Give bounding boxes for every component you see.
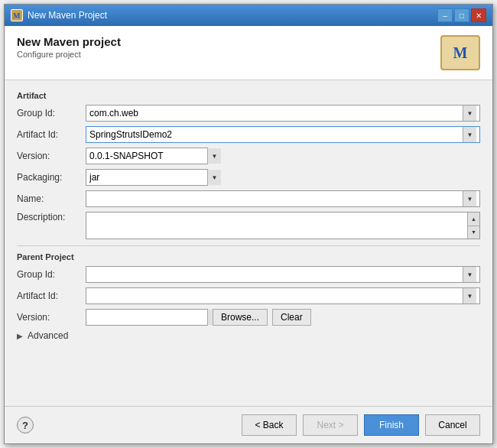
main-window: M New Maven Project – □ ✕ New Maven proj… bbox=[4, 4, 493, 444]
clear-button[interactable]: Clear bbox=[272, 309, 311, 326]
parent-group-id-arrow[interactable]: ▼ bbox=[463, 267, 476, 282]
parent-group-id-field: ▼ bbox=[86, 266, 480, 283]
name-field: ▼ bbox=[86, 190, 480, 207]
parent-section-label: Parent Project bbox=[17, 252, 480, 261]
footer-right: < Back Next > Finish Cancel bbox=[242, 414, 480, 436]
name-combo[interactable]: ▼ bbox=[86, 190, 480, 207]
parent-version-row: Version: ▼ Browse... Clear bbox=[17, 309, 480, 326]
svg-text:M: M bbox=[13, 11, 21, 20]
scroll-up-button[interactable]: ▲ bbox=[468, 213, 479, 226]
finish-button[interactable]: Finish bbox=[364, 414, 419, 436]
dialog-title: New Maven project bbox=[17, 35, 121, 48]
parent-group-id-combo[interactable]: ▼ bbox=[86, 266, 480, 283]
description-label: Description: bbox=[17, 212, 86, 222]
artifact-id-arrow[interactable]: ▼ bbox=[463, 127, 476, 142]
maven-logo: M bbox=[440, 35, 480, 70]
packaging-combo[interactable]: ▼ bbox=[86, 169, 208, 186]
artifact-id-field: ▼ bbox=[86, 126, 480, 143]
title-bar-left: M New Maven Project bbox=[11, 9, 107, 21]
maximize-button[interactable]: □ bbox=[454, 8, 469, 22]
artifact-id-combo[interactable]: ▼ bbox=[86, 126, 480, 143]
artifact-id-row: Artifact Id: ▼ bbox=[17, 126, 480, 143]
parent-version-input[interactable] bbox=[86, 312, 207, 323]
dialog-subtitle: Configure project bbox=[17, 50, 121, 59]
title-bar-controls: – □ ✕ bbox=[437, 8, 486, 22]
form-body: Artifact Group Id: ▼ Artifact Id: ▼ bbox=[5, 80, 492, 406]
parent-artifact-id-arrow[interactable]: ▼ bbox=[463, 288, 476, 304]
group-id-field: ▼ bbox=[86, 105, 480, 122]
packaging-arrow[interactable]: ▼ bbox=[207, 170, 221, 185]
description-scrollbar: ▲ ▼ bbox=[467, 213, 479, 239]
parent-artifact-id-label: Artifact Id: bbox=[17, 291, 86, 301]
group-id-label: Group Id: bbox=[17, 108, 86, 118]
header-section: New Maven project Configure project M bbox=[5, 26, 492, 80]
advanced-label: Advanced bbox=[28, 330, 68, 341]
parent-group-id-label: Group Id: bbox=[17, 269, 86, 280]
artifact-id-label: Artifact Id: bbox=[17, 129, 86, 140]
parent-version-label: Version: bbox=[17, 312, 86, 323]
group-id-combo[interactable]: ▼ bbox=[86, 105, 480, 122]
parent-artifact-id-combo[interactable]: ▼ bbox=[86, 287, 480, 304]
packaging-label: Packaging: bbox=[17, 172, 86, 183]
help-button[interactable]: ? bbox=[17, 417, 34, 433]
description-field: ▲ ▼ bbox=[86, 212, 480, 239]
name-arrow[interactable]: ▼ bbox=[463, 191, 476, 206]
footer-left: ? bbox=[17, 417, 34, 433]
name-label: Name: bbox=[17, 193, 86, 204]
header-text: New Maven project Configure project bbox=[17, 35, 121, 59]
parent-group-id-input[interactable] bbox=[89, 269, 463, 280]
minimize-button[interactable]: – bbox=[437, 8, 453, 22]
browse-clear-group: Browse... Clear bbox=[213, 309, 311, 326]
parent-artifact-id-row: Artifact Id: ▼ bbox=[17, 287, 480, 304]
packaging-input[interactable] bbox=[86, 172, 207, 183]
packaging-row: Packaging: ▼ bbox=[17, 169, 480, 186]
parent-artifact-id-field: ▼ bbox=[86, 287, 480, 304]
section-divider bbox=[17, 245, 480, 246]
parent-version-combo[interactable]: ▼ bbox=[86, 309, 208, 326]
cancel-button[interactable]: Cancel bbox=[425, 414, 480, 436]
version-label: Version: bbox=[17, 151, 86, 161]
group-id-input[interactable] bbox=[89, 108, 463, 118]
name-row: Name: ▼ bbox=[17, 190, 480, 207]
title-bar: M New Maven Project – □ ✕ bbox=[5, 5, 492, 26]
parent-artifact-id-input[interactable] bbox=[89, 291, 463, 301]
group-id-arrow[interactable]: ▼ bbox=[463, 106, 476, 121]
version-arrow[interactable]: ▼ bbox=[207, 148, 221, 164]
parent-group-id-row: Group Id: ▼ bbox=[17, 266, 480, 283]
window-icon: M bbox=[11, 9, 23, 21]
name-input[interactable] bbox=[89, 193, 463, 204]
next-button[interactable]: Next > bbox=[303, 414, 358, 436]
scroll-down-button[interactable]: ▼ bbox=[468, 226, 479, 239]
artifact-section-label: Artifact bbox=[17, 91, 480, 100]
window-title: New Maven Project bbox=[28, 10, 107, 21]
footer: ? < Back Next > Finish Cancel bbox=[5, 406, 492, 443]
group-id-row: Group Id: ▼ bbox=[17, 105, 480, 122]
version-combo[interactable]: ▼ bbox=[86, 148, 208, 164]
advanced-row[interactable]: ▶ Advanced bbox=[17, 330, 480, 341]
browse-button[interactable]: Browse... bbox=[213, 309, 268, 326]
dialog-content: New Maven project Configure project M Ar… bbox=[5, 26, 492, 443]
version-input[interactable] bbox=[86, 151, 207, 161]
advanced-triangle-icon: ▶ bbox=[17, 332, 23, 340]
back-button[interactable]: < Back bbox=[242, 414, 297, 436]
version-row: Version: ▼ bbox=[17, 148, 480, 164]
description-input[interactable] bbox=[86, 213, 467, 239]
close-button[interactable]: ✕ bbox=[471, 8, 486, 22]
artifact-id-input[interactable] bbox=[89, 129, 463, 140]
description-row: Description: ▲ ▼ bbox=[17, 212, 480, 239]
